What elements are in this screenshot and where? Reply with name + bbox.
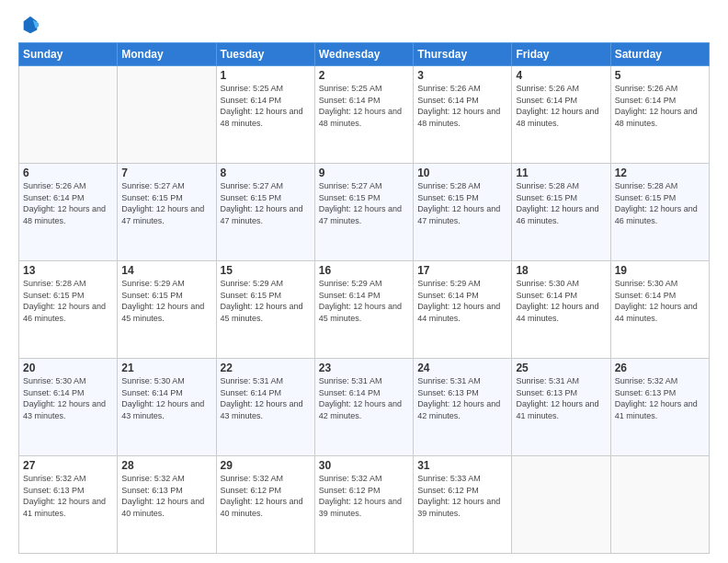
day-info: Sunrise: 5:28 AM Sunset: 6:15 PM Dayligh… bbox=[615, 180, 705, 226]
day-info: Sunrise: 5:26 AM Sunset: 6:14 PM Dayligh… bbox=[23, 180, 113, 226]
page: SundayMondayTuesdayWednesdayThursdayFrid… bbox=[0, 0, 728, 563]
day-number: 27 bbox=[23, 459, 113, 472]
day-number: 2 bbox=[319, 69, 409, 82]
day-info: Sunrise: 5:31 AM Sunset: 6:14 PM Dayligh… bbox=[319, 375, 409, 421]
calendar-cell: 12Sunrise: 5:28 AM Sunset: 6:15 PM Dayli… bbox=[610, 164, 709, 261]
col-header-friday: Friday bbox=[512, 43, 610, 66]
day-number: 12 bbox=[615, 167, 705, 179]
day-info: Sunrise: 5:32 AM Sunset: 6:13 PM Dayligh… bbox=[615, 375, 705, 421]
day-number: 18 bbox=[516, 264, 606, 277]
day-info: Sunrise: 5:28 AM Sunset: 6:15 PM Dayligh… bbox=[516, 180, 606, 226]
calendar-cell: 2Sunrise: 5:25 AM Sunset: 6:14 PM Daylig… bbox=[314, 66, 413, 164]
calendar-cell: 15Sunrise: 5:29 AM Sunset: 6:15 PM Dayli… bbox=[216, 261, 314, 359]
day-info: Sunrise: 5:28 AM Sunset: 6:15 PM Dayligh… bbox=[417, 180, 507, 226]
calendar-cell: 29Sunrise: 5:32 AM Sunset: 6:12 PM Dayli… bbox=[216, 456, 314, 554]
day-info: Sunrise: 5:32 AM Sunset: 6:13 PM Dayligh… bbox=[121, 473, 211, 519]
day-info: Sunrise: 5:26 AM Sunset: 6:14 PM Dayligh… bbox=[417, 83, 507, 129]
day-info: Sunrise: 5:26 AM Sunset: 6:14 PM Dayligh… bbox=[516, 83, 606, 129]
calendar-cell bbox=[610, 456, 709, 554]
header bbox=[18, 15, 710, 35]
day-info: Sunrise: 5:29 AM Sunset: 6:14 PM Dayligh… bbox=[319, 278, 409, 324]
day-info: Sunrise: 5:27 AM Sunset: 6:15 PM Dayligh… bbox=[319, 180, 409, 226]
col-header-monday: Monday bbox=[118, 43, 216, 66]
day-number: 9 bbox=[319, 167, 409, 179]
calendar-cell: 10Sunrise: 5:28 AM Sunset: 6:15 PM Dayli… bbox=[414, 164, 512, 261]
day-info: Sunrise: 5:27 AM Sunset: 6:15 PM Dayligh… bbox=[221, 180, 311, 226]
day-number: 3 bbox=[417, 69, 507, 82]
calendar-header-row: SundayMondayTuesdayWednesdayThursdayFrid… bbox=[19, 43, 710, 66]
day-info: Sunrise: 5:29 AM Sunset: 6:14 PM Dayligh… bbox=[417, 278, 507, 324]
calendar-cell: 16Sunrise: 5:29 AM Sunset: 6:14 PM Dayli… bbox=[314, 261, 413, 359]
day-info: Sunrise: 5:30 AM Sunset: 6:14 PM Dayligh… bbox=[615, 278, 705, 324]
calendar-cell: 1Sunrise: 5:25 AM Sunset: 6:14 PM Daylig… bbox=[216, 66, 314, 164]
day-number: 30 bbox=[319, 459, 409, 472]
calendar-cell: 25Sunrise: 5:31 AM Sunset: 6:13 PM Dayli… bbox=[512, 359, 610, 456]
week-row-3: 13Sunrise: 5:28 AM Sunset: 6:15 PM Dayli… bbox=[19, 261, 710, 359]
calendar-table: SundayMondayTuesdayWednesdayThursdayFrid… bbox=[18, 42, 710, 554]
day-info: Sunrise: 5:29 AM Sunset: 6:15 PM Dayligh… bbox=[221, 278, 311, 324]
calendar-cell: 20Sunrise: 5:30 AM Sunset: 6:14 PM Dayli… bbox=[19, 359, 118, 456]
day-info: Sunrise: 5:32 AM Sunset: 6:12 PM Dayligh… bbox=[319, 473, 409, 519]
calendar-cell: 13Sunrise: 5:28 AM Sunset: 6:15 PM Dayli… bbox=[19, 261, 118, 359]
calendar-cell: 27Sunrise: 5:32 AM Sunset: 6:13 PM Dayli… bbox=[19, 456, 118, 554]
day-number: 22 bbox=[221, 362, 311, 374]
day-number: 26 bbox=[615, 362, 705, 374]
day-info: Sunrise: 5:30 AM Sunset: 6:14 PM Dayligh… bbox=[23, 375, 113, 421]
day-number: 5 bbox=[615, 69, 705, 82]
week-row-2: 6Sunrise: 5:26 AM Sunset: 6:14 PM Daylig… bbox=[19, 164, 710, 261]
day-number: 15 bbox=[221, 264, 311, 277]
col-header-wednesday: Wednesday bbox=[314, 43, 413, 66]
calendar-cell: 5Sunrise: 5:26 AM Sunset: 6:14 PM Daylig… bbox=[610, 66, 709, 164]
day-info: Sunrise: 5:32 AM Sunset: 6:12 PM Dayligh… bbox=[221, 473, 311, 519]
calendar-cell: 4Sunrise: 5:26 AM Sunset: 6:14 PM Daylig… bbox=[512, 66, 610, 164]
day-info: Sunrise: 5:32 AM Sunset: 6:13 PM Dayligh… bbox=[23, 473, 113, 519]
day-number: 28 bbox=[121, 459, 211, 472]
day-info: Sunrise: 5:30 AM Sunset: 6:14 PM Dayligh… bbox=[121, 375, 211, 421]
day-number: 23 bbox=[319, 362, 409, 374]
day-number: 1 bbox=[221, 69, 311, 82]
calendar-cell: 17Sunrise: 5:29 AM Sunset: 6:14 PM Dayli… bbox=[414, 261, 512, 359]
logo bbox=[18, 15, 40, 35]
day-number: 17 bbox=[417, 264, 507, 277]
calendar-cell: 28Sunrise: 5:32 AM Sunset: 6:13 PM Dayli… bbox=[118, 456, 216, 554]
day-number: 29 bbox=[221, 459, 311, 472]
day-info: Sunrise: 5:25 AM Sunset: 6:14 PM Dayligh… bbox=[221, 83, 311, 129]
calendar-cell: 21Sunrise: 5:30 AM Sunset: 6:14 PM Dayli… bbox=[118, 359, 216, 456]
day-number: 24 bbox=[417, 362, 507, 374]
calendar-cell: 22Sunrise: 5:31 AM Sunset: 6:14 PM Dayli… bbox=[216, 359, 314, 456]
calendar-cell: 24Sunrise: 5:31 AM Sunset: 6:13 PM Dayli… bbox=[414, 359, 512, 456]
day-info: Sunrise: 5:29 AM Sunset: 6:15 PM Dayligh… bbox=[121, 278, 211, 324]
calendar-cell bbox=[19, 66, 118, 164]
day-number: 8 bbox=[221, 167, 311, 179]
calendar-cell: 11Sunrise: 5:28 AM Sunset: 6:15 PM Dayli… bbox=[512, 164, 610, 261]
day-info: Sunrise: 5:26 AM Sunset: 6:14 PM Dayligh… bbox=[615, 83, 705, 129]
col-header-thursday: Thursday bbox=[414, 43, 512, 66]
day-info: Sunrise: 5:31 AM Sunset: 6:13 PM Dayligh… bbox=[516, 375, 606, 421]
day-info: Sunrise: 5:31 AM Sunset: 6:13 PM Dayligh… bbox=[417, 375, 507, 421]
day-number: 21 bbox=[121, 362, 211, 374]
day-info: Sunrise: 5:27 AM Sunset: 6:15 PM Dayligh… bbox=[121, 180, 211, 226]
week-row-5: 27Sunrise: 5:32 AM Sunset: 6:13 PM Dayli… bbox=[19, 456, 710, 554]
day-number: 4 bbox=[516, 69, 606, 82]
day-number: 20 bbox=[23, 362, 113, 374]
day-number: 6 bbox=[23, 167, 113, 179]
day-info: Sunrise: 5:33 AM Sunset: 6:12 PM Dayligh… bbox=[417, 473, 507, 519]
logo-icon bbox=[20, 15, 40, 35]
day-number: 14 bbox=[121, 264, 211, 277]
day-number: 25 bbox=[516, 362, 606, 374]
day-number: 13 bbox=[23, 264, 113, 277]
calendar-cell bbox=[118, 66, 216, 164]
col-header-tuesday: Tuesday bbox=[216, 43, 314, 66]
calendar-cell: 8Sunrise: 5:27 AM Sunset: 6:15 PM Daylig… bbox=[216, 164, 314, 261]
calendar-cell: 26Sunrise: 5:32 AM Sunset: 6:13 PM Dayli… bbox=[610, 359, 709, 456]
calendar-cell: 3Sunrise: 5:26 AM Sunset: 6:14 PM Daylig… bbox=[414, 66, 512, 164]
day-number: 10 bbox=[417, 167, 507, 179]
col-header-sunday: Sunday bbox=[19, 43, 118, 66]
calendar-cell: 31Sunrise: 5:33 AM Sunset: 6:12 PM Dayli… bbox=[414, 456, 512, 554]
col-header-saturday: Saturday bbox=[610, 43, 709, 66]
day-info: Sunrise: 5:28 AM Sunset: 6:15 PM Dayligh… bbox=[23, 278, 113, 324]
day-info: Sunrise: 5:25 AM Sunset: 6:14 PM Dayligh… bbox=[319, 83, 409, 129]
day-number: 7 bbox=[121, 167, 211, 179]
calendar-cell: 6Sunrise: 5:26 AM Sunset: 6:14 PM Daylig… bbox=[19, 164, 118, 261]
calendar-cell: 19Sunrise: 5:30 AM Sunset: 6:14 PM Dayli… bbox=[610, 261, 709, 359]
